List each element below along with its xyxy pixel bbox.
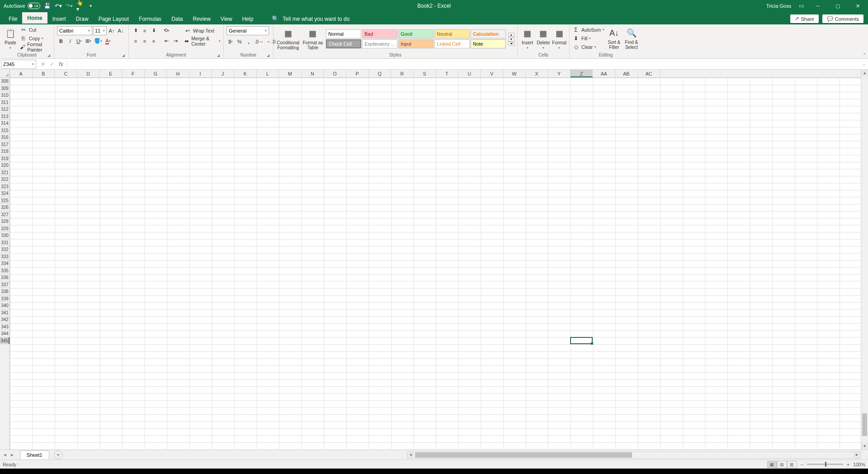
- collapse-ribbon-button[interactable]: ⌃: [863, 52, 866, 57]
- insert-function-button[interactable]: fx: [57, 60, 65, 68]
- column-header-N[interactable]: N: [302, 70, 324, 77]
- vertical-scroll-thumb[interactable]: [862, 413, 867, 436]
- row-header-309[interactable]: 309: [0, 85, 9, 92]
- row-header-329[interactable]: 329: [0, 225, 9, 232]
- font-color-button[interactable]: A▾: [104, 37, 112, 45]
- delete-cells-button[interactable]: ▦Delete▾: [536, 25, 550, 52]
- style-check-cell[interactable]: Check Cell: [326, 39, 361, 48]
- comma-button[interactable]: ,: [245, 38, 253, 46]
- number-format-selector[interactable]: General▾: [226, 26, 269, 35]
- insert-cells-button[interactable]: ▦Insert▾: [520, 25, 534, 52]
- increase-font-button[interactable]: A↑: [108, 27, 116, 35]
- ribbon-display-icon[interactable]: ▭: [797, 2, 805, 9]
- column-header-F[interactable]: F: [122, 70, 145, 77]
- border-button[interactable]: ⊞▾: [84, 37, 92, 45]
- tab-data[interactable]: Data: [166, 13, 188, 24]
- row-header-310[interactable]: 310: [0, 92, 9, 99]
- font-name-selector[interactable]: Calibri▾: [57, 26, 92, 35]
- row-header-316[interactable]: 316: [0, 134, 9, 141]
- style-normal[interactable]: Normal: [326, 29, 361, 38]
- formula-input[interactable]: [67, 60, 860, 69]
- cancel-formula-button[interactable]: ✕: [39, 60, 47, 68]
- name-box[interactable]: Z345▾: [1, 60, 36, 69]
- column-header-V[interactable]: V: [481, 70, 503, 77]
- align-left-button[interactable]: ≡: [132, 37, 140, 45]
- row-header-338[interactable]: 338: [0, 288, 9, 295]
- minimize-button[interactable]: ─: [811, 0, 825, 12]
- row-header-330[interactable]: 330: [0, 232, 9, 239]
- redo-icon[interactable]: ↷▾: [66, 2, 73, 9]
- increase-decimal-button[interactable]: .0→: [254, 38, 264, 46]
- row-headers[interactable]: 3083093103113123133143153163173183193203…: [0, 78, 10, 450]
- zoom-level[interactable]: 100%: [853, 462, 865, 467]
- row-header-340[interactable]: 340: [0, 302, 9, 309]
- row-header-332[interactable]: 332: [0, 246, 9, 253]
- scroll-right-button[interactable]: ►: [854, 452, 860, 458]
- column-header-S[interactable]: S: [414, 70, 436, 77]
- column-header-AB[interactable]: AB: [615, 70, 638, 77]
- scroll-left-button[interactable]: ◄: [407, 452, 414, 458]
- style-note[interactable]: Note: [471, 39, 506, 48]
- fill-button[interactable]: ⬇Fill▾: [572, 34, 604, 43]
- horizontal-scroll-thumb[interactable]: [415, 452, 632, 458]
- decrease-indent-button[interactable]: ⇤: [162, 37, 170, 45]
- column-header-Q[interactable]: Q: [369, 70, 392, 77]
- zoom-out-button[interactable]: −: [801, 462, 803, 467]
- styles-gallery-scroll[interactable]: ▴▾⏷: [508, 33, 514, 46]
- expand-formula-bar-button[interactable]: ⌄: [860, 62, 868, 66]
- number-dialog-icon[interactable]: ◢: [267, 53, 269, 57]
- row-header-333[interactable]: 333: [0, 253, 9, 261]
- column-header-C[interactable]: C: [55, 70, 77, 77]
- row-header-319[interactable]: 319: [0, 155, 9, 162]
- enter-formula-button[interactable]: ✓: [48, 60, 56, 68]
- column-header-AC[interactable]: AC: [638, 70, 660, 77]
- row-header-325[interactable]: 325: [0, 197, 9, 204]
- percent-button[interactable]: %: [236, 38, 244, 46]
- scroll-down-button[interactable]: ▼: [861, 443, 868, 450]
- format-as-table-button[interactable]: ▦ Format as Table: [302, 26, 324, 52]
- merge-center-button[interactable]: ⬌Merge & Center▾: [184, 37, 221, 45]
- column-header-P[interactable]: P: [346, 70, 369, 77]
- column-header-E[interactable]: E: [99, 70, 122, 77]
- close-button[interactable]: ✕: [851, 0, 864, 12]
- decrease-font-button[interactable]: A↓: [117, 27, 125, 35]
- column-headers[interactable]: ABCDEFGHIJKLMNOPQRSTUVWXYZAAABAC: [10, 70, 861, 78]
- tab-home[interactable]: Home: [22, 12, 47, 24]
- cell-styles-gallery[interactable]: Normal Bad Good Neutral Calculation Chec…: [326, 29, 506, 49]
- column-header-I[interactable]: I: [189, 70, 212, 77]
- font-size-selector[interactable]: 11▾: [93, 26, 107, 35]
- row-header-339[interactable]: 339: [0, 295, 9, 303]
- customize-qat-icon[interactable]: ▼: [87, 2, 94, 9]
- column-header-U[interactable]: U: [458, 70, 481, 77]
- column-header-Z[interactable]: Z: [571, 70, 593, 77]
- column-header-G[interactable]: G: [145, 70, 167, 77]
- row-header-323[interactable]: 323: [0, 183, 9, 190]
- row-header-326[interactable]: 326: [0, 204, 9, 211]
- column-header-X[interactable]: X: [526, 70, 548, 77]
- font-dialog-icon[interactable]: ◢: [122, 53, 125, 57]
- row-header-344[interactable]: 344: [0, 330, 9, 337]
- style-good[interactable]: Good: [398, 29, 434, 38]
- page-layout-view-button[interactable]: ▤: [777, 461, 787, 468]
- zoom-slider[interactable]: [807, 464, 843, 465]
- clear-button[interactable]: ◇Clear▾: [572, 43, 604, 51]
- share-button[interactable]: ↗Share: [790, 14, 818, 23]
- column-header-Y[interactable]: Y: [548, 70, 571, 77]
- active-cell[interactable]: [570, 337, 593, 344]
- wrap-text-button[interactable]: ↩Wrap Text: [184, 26, 221, 35]
- tab-page-layout[interactable]: Page Layout: [94, 13, 134, 24]
- format-cells-button[interactable]: ▦Format▾: [552, 25, 566, 52]
- row-header-335[interactable]: 335: [0, 267, 9, 275]
- fill-color-button[interactable]: 🪣▾: [93, 37, 103, 45]
- touch-mode-icon[interactable]: 👆▾: [76, 2, 84, 9]
- vertical-scrollbar[interactable]: ▲ ▼: [861, 70, 868, 450]
- style-linked-cell[interactable]: Linked Cell: [434, 39, 470, 48]
- scroll-up-button[interactable]: ▲: [861, 70, 868, 76]
- column-header-W[interactable]: W: [503, 70, 526, 77]
- row-header-342[interactable]: 342: [0, 316, 9, 323]
- row-header-312[interactable]: 312: [0, 106, 9, 113]
- save-icon[interactable]: 💾: [44, 2, 51, 9]
- paste-button[interactable]: 📋 Paste ▾: [3, 25, 18, 52]
- style-bad[interactable]: Bad: [362, 29, 397, 38]
- find-select-button[interactable]: 🔍Find & Select: [624, 25, 639, 52]
